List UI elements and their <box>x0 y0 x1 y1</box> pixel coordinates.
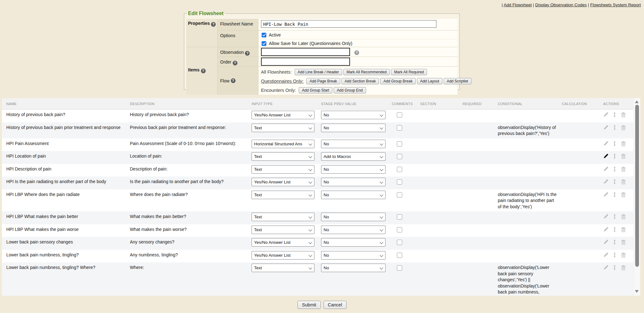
stage-prev-value-select[interactable]: No <box>321 226 386 234</box>
comments-checkbox[interactable] <box>397 112 402 118</box>
add-group-start-button[interactable]: Add Group Start <box>299 87 332 93</box>
comments-checkbox[interactable] <box>397 253 402 258</box>
comments-checkbox[interactable] <box>397 265 402 271</box>
delete-item-icon[interactable] <box>621 252 626 258</box>
add-group-end-button[interactable]: Add Group End <box>334 87 366 93</box>
input-type-select[interactable]: Yes/No Answer List <box>252 238 314 247</box>
edit-item-icon[interactable] <box>603 239 608 245</box>
delete-item-icon[interactable] <box>621 192 626 197</box>
cancel-button[interactable]: Cancel <box>324 301 347 309</box>
scrollbar-thumb[interactable] <box>635 105 639 267</box>
delete-item-icon[interactable] <box>621 179 626 184</box>
reorder-item-icon[interactable] <box>612 252 617 258</box>
comments-checkbox[interactable] <box>397 141 402 147</box>
add-section-break-button[interactable]: Add Section Break <box>341 78 379 84</box>
submit-button[interactable]: Submit <box>297 301 320 309</box>
input-type-select[interactable]: Text <box>252 191 314 199</box>
reorder-item-icon[interactable] <box>612 192 617 197</box>
comments-checkbox[interactable] <box>397 214 402 220</box>
add-line-break-header-button[interactable]: Add Line Break / Header <box>295 69 342 75</box>
help-icon[interactable]: ? <box>245 51 250 56</box>
reorder-item-icon[interactable] <box>612 112 617 117</box>
delete-item-icon[interactable] <box>621 265 626 270</box>
input-type-select[interactable]: Horizontal Structured Ans <box>252 140 314 148</box>
flowsheet-name-input[interactable]: HPI-Low Back Pain <box>261 20 436 28</box>
reorder-item-icon[interactable] <box>612 214 617 219</box>
edit-item-icon[interactable] <box>603 166 608 172</box>
delete-item-icon[interactable] <box>621 125 626 130</box>
delete-item-icon[interactable] <box>621 141 626 146</box>
stage-prev-value-select[interactable]: Add to Macros <box>321 152 386 161</box>
input-type-select[interactable]: Text <box>252 152 314 161</box>
edit-item-icon[interactable] <box>603 125 608 130</box>
edit-item-icon[interactable] <box>603 252 608 258</box>
top-link-flowsheets-system-report[interactable]: Flowsheets System Report <box>590 3 641 7</box>
stage-prev-value-select[interactable]: No <box>321 165 386 174</box>
edit-item-icon[interactable] <box>603 214 608 219</box>
input-type-select[interactable]: Yes/No Answer List <box>252 178 314 186</box>
allow-save-checkbox[interactable] <box>262 41 266 46</box>
reorder-item-icon[interactable] <box>612 239 617 245</box>
active-checkbox[interactable] <box>262 33 266 37</box>
vertical-scrollbar[interactable] <box>633 98 640 296</box>
delete-item-icon[interactable] <box>621 166 626 172</box>
stage-prev-value-select[interactable]: No <box>321 111 386 119</box>
delete-item-icon[interactable] <box>621 154 626 159</box>
stage-prev-value-select[interactable]: No <box>321 124 386 132</box>
stage-prev-value-select[interactable]: No <box>321 213 386 221</box>
reorder-item-icon[interactable] <box>612 125 617 130</box>
delete-item-icon[interactable] <box>621 227 626 232</box>
stage-prev-value-select[interactable]: No <box>321 238 386 247</box>
comments-checkbox[interactable] <box>397 125 402 131</box>
edit-item-icon[interactable] <box>603 192 608 197</box>
comments-checkbox[interactable] <box>397 179 402 185</box>
reorder-item-icon[interactable] <box>612 141 617 146</box>
reorder-item-icon[interactable] <box>612 179 617 184</box>
help-icon[interactable]: ? <box>211 22 216 27</box>
input-type-select[interactable]: Text <box>252 165 314 174</box>
edit-item-icon[interactable] <box>603 141 608 146</box>
input-type-select[interactable]: Yes/No Answer List <box>252 111 314 119</box>
help-icon[interactable]: ? <box>231 78 236 83</box>
observation-input[interactable] <box>261 48 350 56</box>
scroll-down-icon[interactable] <box>635 290 639 293</box>
delete-item-icon[interactable] <box>621 239 626 245</box>
reorder-item-icon[interactable] <box>612 227 617 232</box>
edit-item-icon[interactable] <box>603 112 608 117</box>
order-input[interactable] <box>261 58 350 66</box>
edit-item-icon[interactable] <box>603 154 608 159</box>
add-layout-button[interactable]: Add Layout <box>417 78 442 84</box>
comments-checkbox[interactable] <box>397 227 402 232</box>
input-type-select[interactable]: Text <box>252 264 314 272</box>
comments-checkbox[interactable] <box>397 240 402 245</box>
reorder-item-icon[interactable] <box>612 166 617 172</box>
stage-prev-value-select[interactable]: No <box>321 140 386 148</box>
scroll-up-icon[interactable] <box>635 100 639 103</box>
edit-item-icon[interactable] <box>603 179 608 184</box>
top-link-add-flowsheet[interactable]: Add Flowsheet <box>504 3 532 7</box>
comments-checkbox[interactable] <box>397 167 402 172</box>
delete-item-icon[interactable] <box>621 214 626 219</box>
delete-item-icon[interactable] <box>621 112 626 117</box>
stage-prev-value-select[interactable]: No <box>321 191 386 199</box>
stage-prev-value-select[interactable]: No <box>321 178 386 186</box>
mark-all-recommended-button[interactable]: Mark All Recommended <box>343 69 390 75</box>
input-type-select[interactable]: Text <box>252 124 314 132</box>
stage-prev-value-select[interactable]: No <box>321 251 386 260</box>
reorder-item-icon[interactable] <box>612 154 617 159</box>
help-icon[interactable]: ? <box>354 50 359 55</box>
reorder-item-icon[interactable] <box>612 265 617 270</box>
comments-checkbox[interactable] <box>397 154 402 159</box>
help-icon[interactable]: ? <box>233 61 237 65</box>
mark-all-required-button[interactable]: Mark All Required <box>391 69 427 75</box>
stage-prev-value-select[interactable]: No <box>321 264 386 272</box>
add-scriptlet-button[interactable]: Add Scriptlet <box>444 78 471 84</box>
input-type-select[interactable]: Text <box>252 226 314 234</box>
input-type-select[interactable]: Yes/No Answer List <box>252 251 314 260</box>
add-page-break-button[interactable]: Add Page Break <box>306 78 340 84</box>
help-icon[interactable]: ? <box>201 69 206 73</box>
comments-checkbox[interactable] <box>397 192 402 198</box>
add-group-break-button[interactable]: Add Group Break <box>380 78 416 84</box>
top-link-display-observation-codes[interactable]: Display Observation Codes <box>535 3 587 7</box>
input-type-select[interactable]: Text <box>252 213 314 221</box>
